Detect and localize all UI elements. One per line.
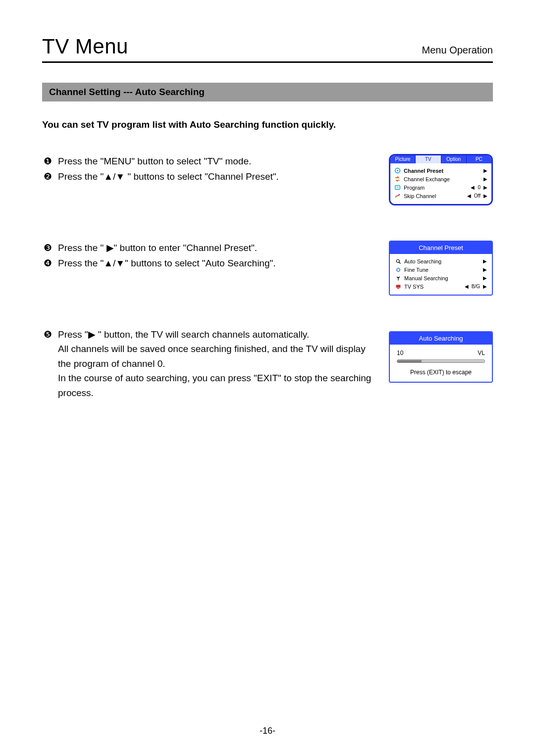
page-subtitle: Menu Operation xyxy=(422,45,493,56)
step-number-icon: ❺ xyxy=(42,327,53,342)
svg-rect-11 xyxy=(397,288,399,289)
triangle-right-icon: ▶ xyxy=(483,168,487,173)
svg-rect-10 xyxy=(396,285,400,288)
swap-icon xyxy=(394,176,401,182)
menu-item-program[interactable]: Program ◀ 0 ▶ xyxy=(394,183,487,192)
menu-label: Skip Channel xyxy=(404,193,464,199)
auto-searching-band: VL xyxy=(478,350,485,356)
triangle-right-icon: ▶ xyxy=(483,176,487,182)
section-title: Channel Setting --- Auto Searching xyxy=(42,83,493,101)
auto-searching-box: Auto Searching 10 VL Press (EXIT) to esc… xyxy=(389,331,493,383)
auto-searching-channel: 10 xyxy=(397,350,403,356)
auto-searching-title: Auto Searching xyxy=(390,332,492,345)
svg-point-6 xyxy=(396,259,399,262)
svg-point-9 xyxy=(398,277,399,278)
cp-item-auto-searching[interactable]: Auto Searching ▶ xyxy=(395,257,487,265)
system-icon xyxy=(395,283,401,290)
step-3: ❸ Press the " ▶" button to enter "Channe… xyxy=(42,241,376,255)
menu-item-channel-exchange[interactable]: Channel Exchange ▶ xyxy=(394,175,487,183)
channel-preset-title: Channel Preset xyxy=(390,242,492,254)
svg-point-1 xyxy=(397,170,398,171)
triangle-right-icon: ▶ xyxy=(483,267,487,272)
triangle-right-icon: ▶ xyxy=(483,284,487,289)
triangle-right-icon: ▶ xyxy=(483,275,487,281)
menu-label: Fine Tune xyxy=(404,267,480,273)
tv-menu-tabs: Picture TV Option PC xyxy=(390,155,491,163)
menu-value: 0 xyxy=(478,185,481,190)
step-number-icon: ❸ xyxy=(42,241,53,255)
skip-icon xyxy=(394,193,401,199)
step-text: Press the " ▶" button to enter "Channel … xyxy=(58,241,376,255)
tab-tv[interactable]: TV xyxy=(416,155,441,163)
auto-searching-exit-hint: Press (EXIT) to escape xyxy=(397,369,485,376)
tv-menu-box: Picture TV Option PC Channel Preset ▶ xyxy=(389,154,493,205)
menu-label: Auto Searching xyxy=(404,258,480,264)
step-text: Press "▶ " button, the TV will search ch… xyxy=(58,327,376,400)
menu-label: Channel Preset xyxy=(404,168,481,174)
step-2: ❷ Press the "▲/▼ " buttons to select "Ch… xyxy=(42,169,376,184)
triangle-left-icon: ◀ xyxy=(471,185,475,190)
svg-line-7 xyxy=(399,262,400,263)
step-number-icon: ❹ xyxy=(42,256,53,270)
auto-searching-readout: 10 VL xyxy=(397,350,485,356)
step-1: ❶ Press the "MENU" button to select "TV"… xyxy=(42,154,376,168)
menu-value: Off xyxy=(474,193,481,199)
progress-bar xyxy=(397,359,485,363)
step-number-icon: ❷ xyxy=(42,169,53,184)
gear-icon xyxy=(395,266,401,273)
page-number: -16- xyxy=(0,726,535,736)
menu-label: Channel Exchange xyxy=(404,176,481,182)
svg-rect-2 xyxy=(395,185,400,189)
step-text: Press the "MENU" button to select "TV" m… xyxy=(58,154,376,168)
page-title: TV Menu xyxy=(42,35,128,58)
menu-item-skip-channel[interactable]: Skip Channel ◀ Off ▶ xyxy=(394,192,487,200)
step-text: Press the "▲/▼" buttons to select "Auto … xyxy=(58,256,376,270)
channel-preset-box: Channel Preset Auto Searching ▶ Fine Tun xyxy=(389,241,493,296)
step-number-icon: ❶ xyxy=(42,154,53,168)
intro-text: You can set TV program list with Auto Se… xyxy=(42,119,493,130)
list-icon xyxy=(394,184,401,191)
step-4: ❹ Press the "▲/▼" buttons to select "Aut… xyxy=(42,256,376,270)
triangle-right-icon: ▶ xyxy=(483,185,487,190)
menu-label: Program xyxy=(404,185,468,191)
tab-option[interactable]: Option xyxy=(441,155,467,163)
antenna-icon xyxy=(395,275,401,281)
tab-picture[interactable]: Picture xyxy=(390,155,416,163)
triangle-left-icon: ◀ xyxy=(467,193,471,199)
triangle-right-icon: ▶ xyxy=(483,258,487,264)
menu-label: Manual Searching xyxy=(404,275,480,281)
menu-value: B/G xyxy=(472,284,480,289)
menu-label: TV SYS xyxy=(404,284,462,290)
triangle-right-icon: ▶ xyxy=(483,193,487,199)
tab-pc[interactable]: PC xyxy=(467,155,491,163)
step-5: ❺ Press "▶ " button, the TV will search … xyxy=(42,327,376,400)
target-icon xyxy=(394,167,401,174)
page-header: TV Menu Menu Operation xyxy=(42,35,493,63)
menu-item-channel-preset[interactable]: Channel Preset ▶ xyxy=(394,166,487,175)
cp-item-manual-searching[interactable]: Manual Searching ▶ xyxy=(395,274,487,282)
step-text: Press the "▲/▼ " buttons to select "Chan… xyxy=(58,169,376,184)
cp-item-fine-tune[interactable]: Fine Tune ▶ xyxy=(395,265,487,274)
search-icon xyxy=(395,258,401,264)
cp-item-tv-sys[interactable]: TV SYS ◀ B/G ▶ xyxy=(395,282,487,291)
triangle-left-icon: ◀ xyxy=(465,284,469,289)
